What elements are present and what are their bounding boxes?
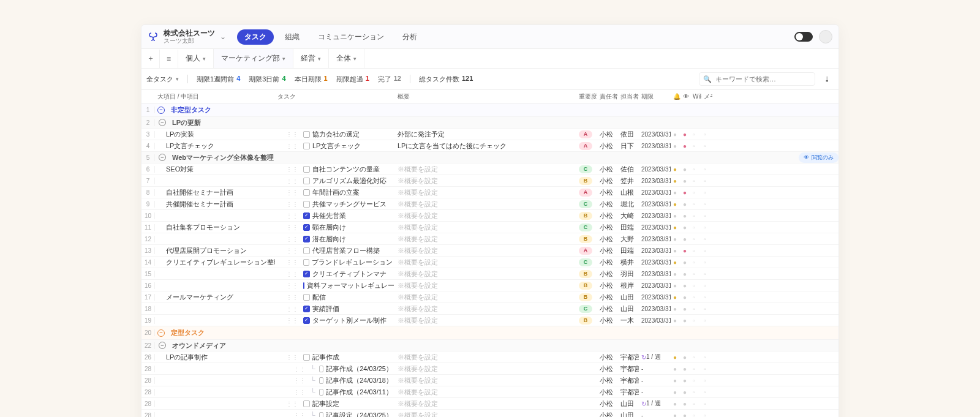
task-checkbox[interactable] <box>303 212 310 219</box>
priority-cell[interactable]: B <box>576 270 597 278</box>
download-button[interactable]: ⭳ <box>820 72 834 86</box>
task-cell[interactable]: ⋮⋮ 資料フォーマットレギュレーション <box>275 281 395 290</box>
task-cell[interactable]: ⋮⋮ ターゲット別メール制作 <box>275 316 395 325</box>
summary-cell[interactable]: ※概要を設定 <box>395 269 576 279</box>
table-row[interactable]: 12 ⋮⋮ 潜在層向け ※概要を設定 B 小松 大野 2023/03/31 ● … <box>141 233 839 245</box>
collapse-icon[interactable]: − <box>157 107 165 114</box>
bell-cell[interactable]: ● <box>671 317 680 324</box>
drag-handle-icon[interactable]: ⋮⋮ <box>286 247 298 254</box>
priority-cell[interactable]: B <box>576 212 597 220</box>
priority-cell[interactable]: C <box>576 258 597 266</box>
task-cell[interactable]: ⋮⋮ └ 記事作成（24/03/18） <box>275 376 395 385</box>
flag-cell[interactable]: ● <box>680 271 690 277</box>
task-cell[interactable]: ⋮⋮ ブランドレギュレーション <box>275 258 395 267</box>
memo-cell[interactable]: ▫ <box>701 377 712 384</box>
task-cell[interactable]: ⋮⋮ 自社コンテンツの量産 <box>275 165 395 174</box>
memo-cell[interactable]: ▫ <box>701 259 712 266</box>
flag-cell[interactable]: ● <box>680 366 690 372</box>
due-stat[interactable]: 期限3日前4 <box>249 75 285 84</box>
priority-cell[interactable]: C <box>576 305 597 313</box>
due-cell[interactable]: - <box>639 366 671 372</box>
task-checkbox[interactable] <box>303 189 310 196</box>
filter-all-tasks-dropdown[interactable]: 全タスク ▾ <box>146 75 179 84</box>
summary-cell[interactable]: ※概要を設定 <box>395 293 576 302</box>
due-stat[interactable]: 期限1週間前4 <box>197 75 240 84</box>
summary-cell[interactable]: ※概要を設定 <box>395 411 576 417</box>
due-stat[interactable]: 本日期限1 <box>295 75 328 84</box>
table-row[interactable]: 3 LPの実装 ⋮⋮ 協力会社の選定 外部に発注予定 A 小松 依田 2023/… <box>141 129 839 140</box>
due-cell[interactable]: 2023/03/31 <box>639 189 671 196</box>
task-checkbox[interactable] <box>303 259 309 266</box>
memo-cell[interactable]: ▫ <box>701 201 712 208</box>
priority-cell[interactable]: C <box>576 200 597 208</box>
owner-cell[interactable]: 小松 <box>597 258 618 267</box>
owner-cell[interactable]: 小松 <box>597 281 618 290</box>
nav-org[interactable]: 組織 <box>277 29 307 45</box>
drag-handle-icon[interactable]: ⋮⋮ <box>286 294 298 301</box>
drag-handle-icon[interactable]: ⋮⋮ <box>286 212 298 219</box>
bell-cell[interactable]: ● <box>671 236 680 242</box>
col-wiki[interactable]: Wiki <box>690 93 701 100</box>
bell-cell[interactable]: ● <box>671 306 680 312</box>
drag-handle-icon[interactable]: ⋮⋮ <box>286 259 298 266</box>
summary-cell[interactable]: ※概要を設定 <box>395 165 576 174</box>
memo-cell[interactable]: ▫ <box>701 178 712 184</box>
wiki-cell[interactable]: ▫ <box>690 317 701 324</box>
task-cell[interactable]: ⋮⋮ 協力会社の選定 <box>275 130 395 139</box>
task-cell[interactable]: ⋮⋮ クリエイティブトンマナ <box>275 269 395 279</box>
col-bell[interactable]: 🔔 <box>671 93 680 100</box>
task-cell[interactable]: ⋮⋮ 配信 <box>275 293 395 302</box>
memo-cell[interactable]: ▫ <box>701 224 712 231</box>
summary-cell[interactable]: ※概要を設定 <box>395 235 576 244</box>
due-cell[interactable]: 2023/03/31 <box>639 259 671 266</box>
bell-cell[interactable]: ● <box>671 354 680 361</box>
category-cell[interactable]: クリエイティブレギュレーション整理 <box>155 258 275 267</box>
assignee-cell[interactable]: 大野 <box>618 235 639 244</box>
wiki-cell[interactable]: ▫ <box>690 236 701 242</box>
assignee-cell[interactable]: 山根 <box>618 188 639 197</box>
drag-handle-icon[interactable]: ⋮⋮ <box>286 236 298 242</box>
drag-handle-icon[interactable]: ⋮⋮ <box>286 306 298 312</box>
task-checkbox[interactable] <box>303 282 304 289</box>
dark-mode-toggle[interactable] <box>794 32 813 42</box>
category-cell[interactable]: 共催開催セミナー計画 <box>155 200 275 209</box>
group-row[interactable]: 2 −LPの更新 <box>141 117 839 129</box>
bell-cell[interactable]: ● <box>671 143 680 149</box>
nav-communication[interactable]: コミュニケーション <box>311 29 391 45</box>
wiki-cell[interactable]: ▫ <box>690 282 701 289</box>
task-checkbox[interactable] <box>303 224 310 231</box>
priority-cell[interactable]: C <box>576 165 597 173</box>
assignee-cell[interactable]: 山田 <box>618 411 639 417</box>
flag-cell[interactable]: ● <box>680 131 690 138</box>
bell-cell[interactable]: ● <box>671 247 680 254</box>
summary-cell[interactable]: 外部に発注予定 <box>395 130 576 139</box>
table-row[interactable]: 9 共催開催セミナー計画 ⋮⋮ 共催マッチングサービス ※概要を設定 C 小松 … <box>141 198 839 210</box>
drag-handle-icon[interactable]: ⋮⋮ <box>286 178 298 184</box>
bell-cell[interactable]: ● <box>671 294 680 301</box>
bell-cell[interactable]: ● <box>671 189 680 196</box>
flag-cell[interactable]: ● <box>680 377 690 384</box>
assignee-cell[interactable]: 山田 <box>618 399 639 408</box>
task-checkbox[interactable] <box>303 247 310 254</box>
assignee-cell[interactable]: 宇都宮 <box>618 388 639 397</box>
due-cell[interactable]: 2023/03/31 <box>639 201 671 208</box>
due-cell[interactable]: 2023/03/31 <box>639 294 671 301</box>
memo-cell[interactable]: ▫ <box>701 166 712 173</box>
table-row[interactable]: 7 ⋮⋮ アルゴリズム最適化対応 ※概要を設定 B 小松 笠井 2023/03/… <box>141 175 839 187</box>
category-cell[interactable]: LP文言チェック <box>155 141 275 151</box>
col-memo[interactable]: メモ <box>701 92 712 101</box>
task-checkbox[interactable] <box>303 271 310 277</box>
task-cell[interactable]: ⋮⋮ └ 記事作成（24/03/11） <box>275 388 395 397</box>
memo-cell[interactable]: ▫ <box>701 236 712 242</box>
wiki-cell[interactable]: ▫ <box>690 131 701 138</box>
owner-cell[interactable]: 小松 <box>597 411 618 417</box>
owner-cell[interactable]: 小松 <box>597 304 618 314</box>
memo-cell[interactable]: ▫ <box>701 294 712 301</box>
owner-cell[interactable]: 小松 <box>597 176 618 186</box>
summary-cell[interactable]: ※概要を設定 <box>395 188 576 197</box>
task-checkbox[interactable] <box>303 201 310 208</box>
drag-handle-icon[interactable]: ⋮⋮ <box>293 366 306 372</box>
due-cell[interactable]: 2023/03/31 <box>639 306 671 312</box>
due-cell[interactable]: ↻ 1 / 週 <box>639 353 671 361</box>
section-row[interactable]: 1 −非定型タスク <box>141 103 839 117</box>
